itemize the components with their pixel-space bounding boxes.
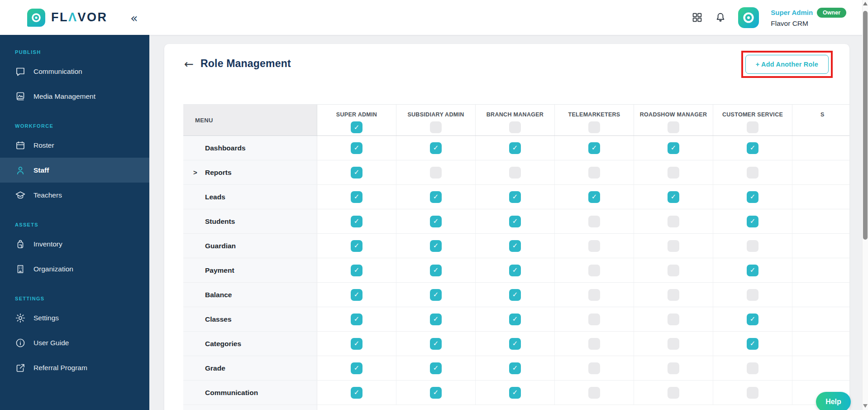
permission-checkbox[interactable]: ✓	[509, 289, 521, 301]
permission-checkbox[interactable]: ✓	[509, 216, 521, 227]
permission-checkbox[interactable]: ✓	[430, 191, 442, 203]
permission-checkbox[interactable]: ✓	[430, 362, 442, 374]
permission-checkbox[interactable]: ✓	[668, 191, 679, 203]
apps-grid-icon[interactable]	[692, 12, 703, 23]
permission-checkbox[interactable]: ✓	[747, 265, 758, 276]
permission-checkbox[interactable]	[588, 216, 600, 227]
sidebar-item-referral-program[interactable]: Referral Program	[0, 355, 149, 380]
permission-checkbox[interactable]: ✓	[747, 142, 758, 154]
permission-checkbox[interactable]	[588, 338, 600, 350]
column-select-checkbox[interactable]	[668, 121, 679, 133]
permission-checkbox[interactable]	[668, 289, 679, 301]
expand-chevron-icon[interactable]: >	[193, 169, 197, 176]
permission-checkbox[interactable]	[430, 167, 442, 178]
sidebar-item-staff[interactable]: Staff	[0, 158, 149, 183]
scrollbar-up-arrow[interactable]	[863, 2, 868, 5]
permission-checkbox[interactable]: ✓	[430, 387, 442, 399]
permission-checkbox[interactable]	[668, 314, 679, 325]
permission-checkbox[interactable]	[588, 167, 600, 178]
back-arrow-icon[interactable]: ←	[184, 58, 194, 71]
sidebar-item-organization[interactable]: Organization	[0, 256, 149, 281]
permission-checkbox[interactable]: ✓	[430, 314, 442, 325]
sidebar-item-settings[interactable]: Settings	[0, 305, 149, 330]
permission-checkbox[interactable]: ✓	[430, 240, 442, 252]
permission-checkbox[interactable]: ✓	[351, 289, 362, 301]
permission-checkbox[interactable]	[668, 167, 679, 178]
permission-checkbox[interactable]: ✓	[747, 314, 758, 325]
sidebar-item-user-guide[interactable]: User Guide	[0, 330, 149, 355]
permission-checkbox[interactable]: ✓	[509, 387, 521, 399]
permission-checkbox[interactable]	[747, 240, 758, 252]
permission-checkbox[interactable]	[668, 216, 679, 227]
permission-checkbox[interactable]	[668, 387, 679, 399]
scrollbar-down-arrow[interactable]	[863, 404, 868, 408]
permission-checkbox[interactable]: ✓	[509, 265, 521, 276]
permission-checkbox[interactable]: ✓	[747, 216, 758, 227]
scrollbar-thumb[interactable]	[863, 11, 868, 240]
permission-checkbox[interactable]: ✓	[351, 216, 362, 227]
permission-checkbox[interactable]: ✓	[509, 338, 521, 350]
column-header-label: TELEMARKETERS	[568, 111, 620, 118]
permission-checkbox[interactable]	[668, 362, 679, 374]
permission-checkbox[interactable]: ✓	[351, 265, 362, 276]
org-avatar[interactable]	[738, 7, 759, 28]
permission-checkbox[interactable]: ✓	[430, 289, 442, 301]
permission-checkbox[interactable]: ✓	[351, 142, 362, 154]
permission-checkbox[interactable]: ✓	[509, 142, 521, 154]
column-select-checkbox[interactable]	[588, 121, 600, 133]
permission-checkbox[interactable]: ✓	[509, 240, 521, 252]
permission-checkbox[interactable]	[747, 167, 758, 178]
permission-checkbox[interactable]: ✓	[351, 314, 362, 325]
permission-checkbox[interactable]: ✓	[509, 314, 521, 325]
permission-checkbox[interactable]: ✓	[668, 142, 679, 154]
permission-checkbox[interactable]	[668, 265, 679, 276]
sidebar-item-media-management[interactable]: Media Management	[0, 84, 149, 109]
sidebar-item-teachers[interactable]: Teachers	[0, 183, 149, 207]
permission-checkbox[interactable]: ✓	[430, 216, 442, 227]
permission-checkbox[interactable]: ✓	[509, 362, 521, 374]
permission-checkbox[interactable]	[588, 265, 600, 276]
permission-checkbox[interactable]: ✓	[747, 191, 758, 203]
permission-checkbox[interactable]: ✓	[588, 191, 600, 203]
notification-bell-icon[interactable]	[715, 12, 726, 24]
permission-checkbox[interactable]: ✓	[351, 240, 362, 252]
permission-checkbox[interactable]: ✓	[509, 191, 521, 203]
permission-checkbox[interactable]	[588, 362, 600, 374]
column-select-checkbox[interactable]	[747, 121, 758, 133]
permission-checkbox[interactable]	[668, 338, 679, 350]
permission-checkbox[interactable]	[747, 362, 758, 374]
permission-checkbox[interactable]: ✓	[430, 338, 442, 350]
sidebar-item-communication[interactable]: Communication	[0, 59, 149, 84]
column-select-checkbox[interactable]	[430, 121, 442, 133]
row-menu-cell: Students	[183, 209, 317, 233]
permission-checkbox[interactable]	[588, 387, 600, 399]
column-select-checkbox[interactable]	[509, 121, 521, 133]
permission-checkbox[interactable]	[588, 289, 600, 301]
column-select-checkbox[interactable]: ✓	[351, 121, 362, 133]
permission-checkbox[interactable]: ✓	[351, 338, 362, 350]
permission-checkbox[interactable]	[509, 167, 521, 178]
permission-checkbox[interactable]: ✓	[351, 387, 362, 399]
permission-checkbox[interactable]	[668, 240, 679, 252]
permission-checkbox[interactable]	[588, 314, 600, 325]
permission-checkbox[interactable]	[747, 289, 758, 301]
permission-checkbox[interactable]	[588, 240, 600, 252]
help-button[interactable]: Help	[816, 392, 851, 410]
add-another-role-button[interactable]: + Add Another Role	[745, 55, 829, 74]
permission-checkbox[interactable]: ✓	[351, 167, 362, 178]
row-menu-cell: Balance	[183, 283, 317, 307]
permission-checkbox[interactable]: ✓	[430, 265, 442, 276]
permission-checkbox[interactable]: ✓	[351, 362, 362, 374]
permission-cell: ✓	[396, 258, 476, 282]
permission-checkbox[interactable]: ✓	[351, 191, 362, 203]
permission-checkbox[interactable]	[747, 387, 758, 399]
permission-cell: ✓	[634, 185, 713, 209]
permission-checkbox[interactable]: ✓	[430, 142, 442, 154]
org-name-label: Flavor CRM	[771, 19, 846, 28]
permission-checkbox[interactable]: ✓	[747, 338, 758, 350]
permission-checkbox[interactable]: ✓	[588, 142, 600, 154]
sidebar-collapse-icon[interactable]: «	[130, 11, 138, 24]
sidebar-item-inventory[interactable]: Inventory	[0, 232, 149, 256]
sidebar-item-roster[interactable]: Roster	[0, 133, 149, 158]
page-scrollbar[interactable]	[862, 0, 868, 410]
